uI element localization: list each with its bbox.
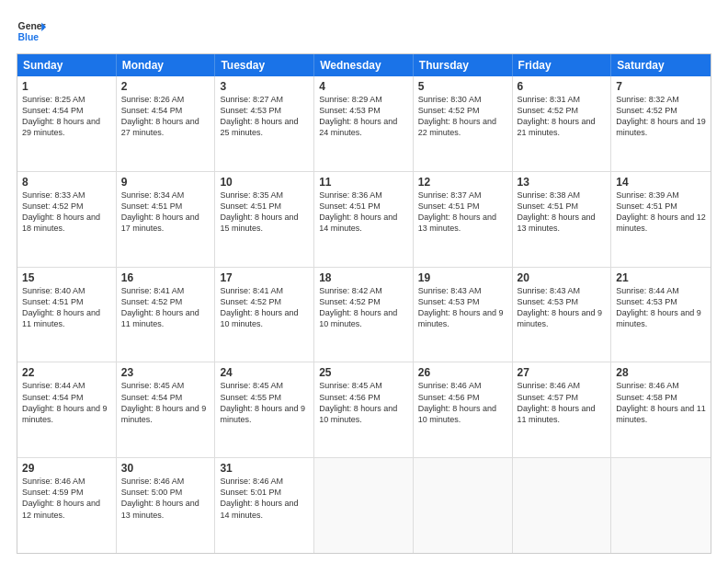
cell-sunset: Sunset: 4:52 PM [418,105,507,116]
logo: General Blue [17,17,46,46]
cell-daylight: Daylight: 8 hours and 17 minutes. [121,212,210,234]
cell-sunset: Sunset: 4:52 PM [518,105,607,116]
cell-sunset: Sunset: 4:58 PM [616,392,706,403]
calendar-cell: 7Sunrise: 8:32 AMSunset: 4:52 PMDaylight… [611,76,711,171]
calendar-row: 15Sunrise: 8:40 AMSunset: 4:51 PMDayligh… [17,267,711,362]
calendar-row: 29Sunrise: 8:46 AMSunset: 4:59 PMDayligh… [17,457,711,553]
cell-sunset: Sunset: 4:56 PM [418,392,507,403]
calendar-cell: 14Sunrise: 8:39 AMSunset: 4:51 PMDayligh… [611,172,711,267]
cell-daylight: Daylight: 8 hours and 9 minutes. [220,403,309,425]
header-day: Saturday [611,54,711,76]
cell-daylight: Daylight: 8 hours and 11 minutes. [22,307,111,329]
cell-sunrise: Sunrise: 8:42 AM [319,285,408,296]
cell-sunset: Sunset: 4:53 PM [418,296,507,307]
day-number: 28 [616,366,706,379]
day-number: 9 [121,176,210,189]
calendar-cell: 26Sunrise: 8:46 AMSunset: 4:56 PMDayligh… [414,362,513,457]
cell-sunrise: Sunrise: 8:38 AM [518,190,607,201]
calendar-cell: 19Sunrise: 8:43 AMSunset: 4:53 PMDayligh… [414,268,513,362]
calendar-cell: 27Sunrise: 8:46 AMSunset: 4:57 PMDayligh… [513,362,612,457]
calendar-cell: 31Sunrise: 8:46 AMSunset: 5:01 PMDayligh… [215,458,314,553]
cell-sunset: Sunset: 4:55 PM [220,392,309,403]
cell-sunset: Sunset: 4:53 PM [616,296,706,307]
cell-sunset: Sunset: 4:53 PM [319,105,408,116]
day-number: 4 [319,80,408,93]
cell-daylight: Daylight: 8 hours and 9 minutes. [121,403,210,425]
day-number: 18 [319,271,408,284]
cell-sunrise: Sunrise: 8:46 AM [121,476,210,487]
header: General Blue [17,17,711,46]
cell-daylight: Daylight: 8 hours and 13 minutes. [518,212,607,234]
calendar-cell: 22Sunrise: 8:44 AMSunset: 4:54 PMDayligh… [17,362,117,457]
calendar-cell: 13Sunrise: 8:38 AMSunset: 4:51 PMDayligh… [513,172,612,267]
day-number: 15 [22,271,111,284]
cell-daylight: Daylight: 8 hours and 10 minutes. [319,403,408,425]
calendar-row: 22Sunrise: 8:44 AMSunset: 4:54 PMDayligh… [17,362,711,457]
day-number: 8 [22,176,111,189]
header-day: Tuesday [215,54,314,76]
cell-sunrise: Sunrise: 8:36 AM [319,190,408,201]
cell-sunrise: Sunrise: 8:41 AM [220,285,309,296]
calendar-cell: 21Sunrise: 8:44 AMSunset: 4:53 PMDayligh… [611,268,711,362]
calendar-cell: 5Sunrise: 8:30 AMSunset: 4:52 PMDaylight… [414,76,513,171]
calendar-cell: 3Sunrise: 8:27 AMSunset: 4:53 PMDaylight… [215,76,314,171]
calendar: SundayMondayTuesdayWednesdayThursdayFrid… [17,53,711,554]
cell-sunset: Sunset: 4:52 PM [22,201,111,212]
cell-sunrise: Sunrise: 8:46 AM [616,380,706,391]
cell-sunrise: Sunrise: 8:27 AM [220,94,309,105]
cell-sunrise: Sunrise: 8:46 AM [220,476,309,487]
cell-sunrise: Sunrise: 8:45 AM [319,380,408,391]
cell-sunset: Sunset: 4:51 PM [22,296,111,307]
cell-sunrise: Sunrise: 8:43 AM [518,285,607,296]
cell-sunset: Sunset: 4:56 PM [319,392,408,403]
calendar-cell: 17Sunrise: 8:41 AMSunset: 4:52 PMDayligh… [215,268,314,362]
calendar-cell: 20Sunrise: 8:43 AMSunset: 4:53 PMDayligh… [513,268,612,362]
cell-sunset: Sunset: 4:54 PM [22,105,111,116]
cell-daylight: Daylight: 8 hours and 9 minutes. [616,307,706,329]
cell-sunrise: Sunrise: 8:35 AM [220,190,309,201]
svg-text:Blue: Blue [18,32,40,42]
calendar-cell: 30Sunrise: 8:46 AMSunset: 5:00 PMDayligh… [117,458,216,553]
cell-daylight: Daylight: 8 hours and 9 minutes. [22,403,111,425]
cell-sunset: Sunset: 4:54 PM [121,392,210,403]
calendar-cell: 15Sunrise: 8:40 AMSunset: 4:51 PMDayligh… [17,268,117,362]
day-number: 6 [518,80,607,93]
cell-sunrise: Sunrise: 8:41 AM [121,285,210,296]
calendar-cell: 4Sunrise: 8:29 AMSunset: 4:53 PMDaylight… [314,76,414,171]
cell-sunrise: Sunrise: 8:45 AM [220,380,309,391]
day-number: 30 [121,462,210,475]
calendar-row: 1Sunrise: 8:25 AMSunset: 4:54 PMDaylight… [17,76,711,171]
logo-icon: General Blue [17,17,46,46]
cell-sunrise: Sunrise: 8:39 AM [616,190,706,201]
cell-sunrise: Sunrise: 8:43 AM [418,285,507,296]
day-number: 5 [418,80,507,93]
cell-sunset: Sunset: 5:00 PM [121,487,210,498]
cell-sunrise: Sunrise: 8:44 AM [22,380,111,391]
calendar-cell: 28Sunrise: 8:46 AMSunset: 4:58 PMDayligh… [611,362,711,457]
calendar-cell [314,458,414,553]
cell-daylight: Daylight: 8 hours and 11 minutes. [121,307,210,329]
cell-sunrise: Sunrise: 8:32 AM [616,94,706,105]
calendar-cell: 16Sunrise: 8:41 AMSunset: 4:52 PMDayligh… [117,268,216,362]
calendar-cell: 9Sunrise: 8:34 AMSunset: 4:51 PMDaylight… [117,172,216,267]
cell-daylight: Daylight: 8 hours and 12 minutes. [616,212,706,234]
cell-sunrise: Sunrise: 8:46 AM [22,476,111,487]
day-number: 29 [22,462,111,475]
calendar-cell: 2Sunrise: 8:26 AMSunset: 4:54 PMDaylight… [117,76,216,171]
day-number: 13 [518,176,607,189]
cell-sunset: Sunset: 4:51 PM [616,201,706,212]
day-number: 1 [22,80,111,93]
cell-sunset: Sunset: 4:52 PM [220,296,309,307]
cell-sunrise: Sunrise: 8:46 AM [418,380,507,391]
cell-daylight: Daylight: 8 hours and 10 minutes. [319,307,408,329]
calendar-cell [611,458,711,553]
day-number: 27 [518,366,607,379]
day-number: 10 [220,176,309,189]
calendar-cell: 23Sunrise: 8:45 AMSunset: 4:54 PMDayligh… [117,362,216,457]
calendar-cell: 25Sunrise: 8:45 AMSunset: 4:56 PMDayligh… [314,362,414,457]
cell-daylight: Daylight: 8 hours and 15 minutes. [220,212,309,234]
cell-sunrise: Sunrise: 8:29 AM [319,94,408,105]
cell-sunset: Sunset: 4:53 PM [220,105,309,116]
cell-sunset: Sunset: 4:59 PM [22,487,111,498]
day-number: 16 [121,271,210,284]
